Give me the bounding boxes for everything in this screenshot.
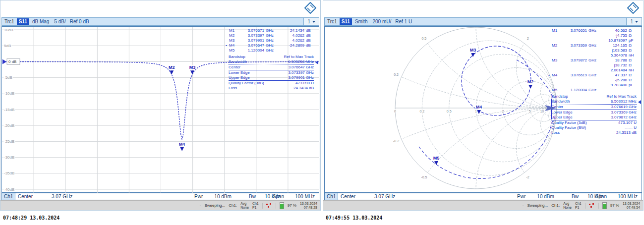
battery-percent: 97 % [288, 203, 296, 208]
svg-text:M3: M3 [470, 48, 476, 53]
chevron-down-icon [312, 21, 315, 23]
svg-text:1: 1 [475, 110, 477, 113]
marker-row-extra: 2.001484nH [548, 68, 637, 73]
trace-selector-dropdown[interactable]: 1 [626, 18, 642, 25]
marker-table: M13.076651GHz46.562Ω-j4.755Ω10.878097pFM… [548, 28, 637, 135]
bandfilter-row: Loss24.3434 dB [229, 86, 314, 91]
svg-text:-30dB: -30dB [4, 155, 14, 160]
bandfilter-row: Quality Factor (3dB)473.107 U [551, 120, 637, 125]
trace-scale[interactable]: 5 dB/ [52, 19, 67, 24]
power-value[interactable]: -10 dBm [535, 194, 554, 199]
bandfilter-row: Center3.076647 GHz [229, 65, 314, 70]
bandfilter-table: BandstopRef to Max TrackBandwidth6.50525… [229, 55, 314, 91]
status-dash: - [200, 203, 201, 208]
trace-marker-M3: M3 [189, 65, 196, 74]
bandfilter-row: Lower Edge3.073369 GHz [551, 110, 637, 115]
svg-text:M4: M4 [179, 142, 185, 147]
bandfilter-row: Center3.076619 GHz [551, 105, 637, 110]
trace-marker-M4: M4 [179, 142, 185, 151]
marker-row: M23.073369GHz124.165Ω [548, 43, 637, 48]
svg-text:M2: M2 [169, 65, 175, 70]
bandfilter-row: Upper Edge3.079872 GHz [551, 115, 637, 120]
svg-text:-35dB: -35dB [4, 171, 14, 175]
channel-bar: Ch1 Center 3.07 GHz Pwr -10 dBm Bw 10 kH… [324, 193, 642, 200]
span-value[interactable]: 100 MHz [295, 194, 315, 199]
channel-chip[interactable]: Ch1 [2, 193, 15, 200]
svg-text:-5dB: -5dB [4, 75, 12, 80]
bandfilter-row: Loss24.3513 dB [551, 130, 637, 135]
marker-row: •M43.076619GHz47.337Ω [548, 73, 637, 78]
trace-marker-M2: M2 [169, 65, 175, 74]
status-dash: - [523, 203, 524, 208]
smith-marker-M5: M5 [433, 156, 440, 165]
trace-ref[interactable]: Ref 1 U [393, 19, 414, 24]
span-value[interactable]: 100 MHz [618, 194, 638, 199]
vna-window-smith: Trc1 S11 Smith 200 mU/ Ref 1 U 1 00.20.5… [323, 0, 644, 211]
bandfilter-row: Bandwidth6.505258 MHz [229, 59, 314, 65]
trace-toolbar: Trc1 S11 dB Mag 5 dB/ Ref 0 dB 1 [1, 17, 319, 26]
svg-text:-20dB: -20dB [4, 123, 14, 128]
marker-row-extra: -j4.755Ω [548, 33, 637, 38]
bandfilter-row: Upper Edge3.079901 GHz [229, 75, 314, 81]
trace-name[interactable]: Trc1 [325, 19, 340, 24]
marker-row-extra: 9.783400pF [548, 83, 637, 88]
center-label: Center [341, 194, 355, 199]
bandfilter-row: Quality Factor (3dB)473.090 U [229, 81, 314, 86]
trace-selector-dropdown[interactable]: 1 [303, 18, 319, 25]
marker-row-extra: -j5.288Ω [548, 78, 637, 83]
status-bar: - Sweeping... Ch1: AvgNone Ch1P1 97 % 13… [0, 200, 320, 210]
marker-row-extra: j103.583Ω [548, 48, 637, 53]
svg-text:-0.2: -0.2 [393, 139, 399, 143]
smith-marker-M2: M2 [527, 79, 534, 89]
power-value[interactable]: -10 dBm [213, 194, 232, 199]
trace-format[interactable]: dB Mag [29, 19, 52, 24]
svg-text:-40dB: -40dB [4, 187, 14, 192]
status-channel: Ch1: [551, 203, 560, 208]
bandfilter-header: BandstopRef to Max Track [229, 55, 314, 59]
svg-text:-10dB: -10dB [4, 91, 14, 96]
bandfilter-table: BandstopRef to Max TrackBandwidth6.50301… [551, 94, 637, 135]
network-activity-icon [589, 203, 595, 208]
marker-row-extra: j38.732Ω [548, 63, 637, 68]
marker-row: •M43.076647GHz-24.2809dB [226, 43, 314, 48]
smith-plot-area[interactable]: 00.20.5125100.20.52-0.2-0.5-2M3M2M4M5 M1… [324, 26, 642, 193]
trace-scale[interactable]: 200 mU/ [370, 19, 393, 24]
trace-name[interactable]: Trc1 [2, 19, 17, 24]
marker-row: M13.076651GHz46.562Ω [548, 28, 637, 33]
center-value[interactable]: 3.07 GHz [52, 194, 72, 199]
svg-text:5dB: 5dB [4, 44, 11, 48]
trace-format[interactable]: Smith [352, 19, 371, 24]
svg-text:0.2: 0.2 [394, 73, 399, 76]
svg-text:M2: M2 [527, 79, 534, 84]
rohde-schwarz-logo-icon [627, 2, 639, 14]
trace-ref[interactable]: Ref 0 dB [68, 19, 91, 24]
marker-table: M13.076671GHz24.1434dBM23.073397GHz4.026… [226, 28, 314, 91]
svg-text:-2: -2 [527, 175, 529, 179]
channel-chip[interactable]: Ch1 [325, 193, 338, 200]
marker-row-extra: 5.364078nH [548, 53, 637, 58]
marker-row: M33.079872GHz18.788Ω [548, 58, 637, 63]
vna-window-dbmag: Trc1 S11 dB Mag 5 dB/ Ref 0 dB 1 10dB5dB… [0, 0, 321, 211]
center-value[interactable]: 3.07 GHz [374, 194, 395, 199]
center-label: Center [18, 194, 33, 199]
smith-marker-M3: M3 [470, 48, 476, 57]
sweep-status: Sweeping... [527, 203, 548, 208]
svg-text:5: 5 [529, 110, 531, 113]
svg-text:-0.5: -0.5 [421, 175, 427, 179]
screenshot-timestamp: 07:48:29 13.03.2024 [3, 215, 59, 221]
sparam-badge[interactable]: S11 [17, 18, 29, 25]
dbmag-plot-area[interactable]: 10dB5dB-5dB-10dB-15dB-20dB-25dB-30dB-35d… [1, 26, 319, 193]
datetime-status: 13.03.202407:49:54 [623, 202, 640, 210]
avg-status: AvgNone [240, 202, 249, 210]
status-bar: - Sweeping... Ch1: AvgNone Ch1P1 97 % 13… [323, 200, 643, 210]
span-label: Span [595, 194, 607, 199]
rohde-schwarz-logo-icon [304, 2, 316, 14]
marker-row-extra: 10.878097pF [548, 38, 637, 43]
sparam-badge[interactable]: S11 [340, 18, 352, 25]
screenshot-timestamp: 07:49:55 13.03.2024 [326, 215, 382, 221]
marker-row: M13.076671GHz24.1434dB [226, 28, 314, 33]
svg-text:M3: M3 [189, 65, 196, 70]
span-label: Span [273, 194, 284, 199]
avg-status: AvgNone [563, 202, 572, 210]
battery-icon [280, 202, 284, 209]
